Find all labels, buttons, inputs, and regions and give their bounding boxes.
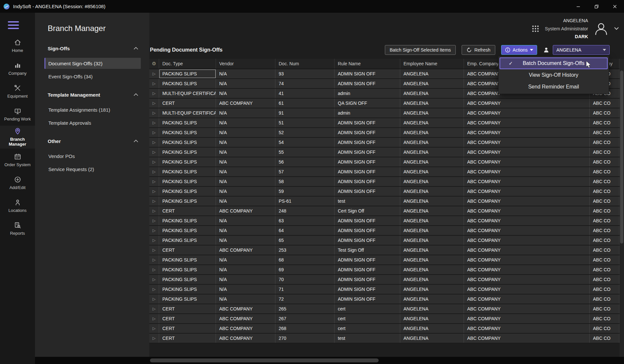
- expand-row-icon[interactable]: ▷: [149, 334, 159, 343]
- expand-row-icon[interactable]: ▷: [149, 206, 159, 215]
- cell-vendor[interactable]: N/A: [216, 216, 275, 225]
- cell-rule-name[interactable]: admin: [335, 89, 400, 98]
- cell-rule-name[interactable]: cert: [335, 314, 400, 323]
- cell-doc-type[interactable]: PACKING SLIPS: [159, 138, 216, 147]
- cell-doc-num[interactable]: 56: [275, 157, 335, 166]
- cell-emp-company[interactable]: ABC COMPANY: [464, 304, 590, 313]
- nav-item-service-requests-2[interactable]: Service Requests (2): [44, 164, 141, 175]
- cell-company[interactable]: ABC CO: [590, 285, 619, 294]
- cell-vendor[interactable]: N/A: [216, 285, 275, 294]
- expand-row-icon[interactable]: ▷: [149, 216, 159, 225]
- expand-row-icon[interactable]: ▷: [149, 245, 159, 255]
- restore-button[interactable]: [587, 0, 606, 13]
- sidebar-item-branch-manager[interactable]: Branch Manager: [0, 126, 35, 149]
- cell-doc-type[interactable]: CERT: [159, 206, 216, 215]
- cell-vendor[interactable]: ABC COMPANY: [216, 304, 275, 313]
- cell-vendor[interactable]: N/A: [216, 138, 275, 147]
- cell-employee-name[interactable]: ANGELENA: [400, 148, 464, 157]
- cell-vendor[interactable]: ABC COMPANY: [216, 334, 275, 343]
- expand-row-icon[interactable]: ▷: [149, 118, 159, 127]
- cell-company[interactable]: ABC CO: [590, 314, 619, 323]
- cell-company[interactable]: ABC CO: [590, 118, 619, 127]
- expand-row-icon[interactable]: ▷: [149, 197, 159, 206]
- cell-doc-num[interactable]: 248: [275, 206, 335, 215]
- column-chooser-gear-icon[interactable]: ⚙: [149, 59, 159, 69]
- sidebar-item-add-edit[interactable]: Add/Edit: [0, 171, 35, 194]
- cell-rule-name[interactable]: ADMIN SIGN OFF: [335, 255, 400, 264]
- cell-rule-name[interactable]: ADMIN SIGN OFF: [335, 118, 400, 127]
- cell-employee-name[interactable]: ANGELENA: [400, 324, 464, 333]
- expand-row-icon[interactable]: ▷: [149, 226, 159, 235]
- cell-vendor[interactable]: N/A: [216, 265, 275, 274]
- cell-company[interactable]: ABC CO: [590, 187, 619, 196]
- cell-rule-name[interactable]: ADMIN SIGN OFF: [335, 69, 400, 78]
- sidebar-item-pending-work[interactable]: $Pending Work: [0, 103, 35, 126]
- cell-doc-type[interactable]: PACKING SLIPS: [159, 294, 216, 304]
- cell-vendor[interactable]: N/A: [216, 128, 275, 137]
- expand-row-icon[interactable]: ▷: [149, 89, 159, 98]
- cell-vendor[interactable]: N/A: [216, 157, 275, 166]
- cell-doc-type[interactable]: PACKING SLIPS: [159, 69, 216, 78]
- cell-doc-type[interactable]: PACKING SLIPS: [159, 148, 216, 157]
- cell-company[interactable]: ABC CO: [590, 294, 619, 304]
- expand-row-icon[interactable]: ▷: [149, 324, 159, 333]
- column-header-rule-name[interactable]: Rule Name: [335, 59, 400, 69]
- cell-doc-num[interactable]: 270: [275, 334, 335, 343]
- actions-button[interactable]: Actions: [501, 45, 537, 55]
- expand-row-icon[interactable]: ▷: [149, 255, 159, 264]
- expand-row-icon[interactable]: ▷: [149, 285, 159, 294]
- chevron-up-icon[interactable]: [134, 47, 138, 50]
- cell-employee-name[interactable]: ANGELENA: [400, 167, 464, 176]
- cell-employee-name[interactable]: ANGELENA: [400, 285, 464, 294]
- expand-row-icon[interactable]: ▷: [149, 128, 159, 137]
- cell-emp-company[interactable]: ABC COMPANY: [464, 314, 590, 323]
- cell-doc-type[interactable]: PACKING SLIPS: [159, 118, 216, 127]
- menu-item-view-sign-off-history[interactable]: View Sign-Off History: [500, 69, 608, 81]
- cell-doc-num[interactable]: 55: [275, 148, 335, 157]
- cell-doc-num[interactable]: 65: [275, 236, 335, 245]
- expand-row-icon[interactable]: ▷: [149, 108, 159, 118]
- cell-rule-name[interactable]: ADMIN SIGN OFF: [335, 294, 400, 304]
- cell-doc-type[interactable]: PACKING SLIPS: [159, 157, 216, 166]
- cell-emp-company[interactable]: ABC COMPANY: [464, 236, 590, 245]
- expand-row-icon[interactable]: ▷: [149, 314, 159, 323]
- cell-emp-company[interactable]: ABC COMPANY: [464, 187, 590, 196]
- cell-vendor[interactable]: N/A: [216, 236, 275, 245]
- table-row[interactable]: ▷PACKING SLIPSN/A69ADMIN SIGN OFFANGELEN…: [149, 265, 619, 275]
- cell-doc-num[interactable]: 63: [275, 216, 335, 225]
- table-row[interactable]: ▷PACKING SLIPSN/A71ADMIN SIGN OFFANGELEN…: [149, 285, 619, 294]
- cell-rule-name[interactable]: ADMIN SIGN OFF: [335, 167, 400, 176]
- cell-company[interactable]: ABC CO: [590, 128, 619, 137]
- cell-doc-num[interactable]: 253: [275, 245, 335, 255]
- cell-company[interactable]: ABC CO: [590, 177, 619, 186]
- sidebar-item-locations[interactable]: Locations: [0, 194, 35, 217]
- cell-company[interactable]: ABC CO: [590, 216, 619, 225]
- cell-doc-type[interactable]: PACKING SLIPS: [159, 265, 216, 274]
- expand-row-icon[interactable]: ▷: [149, 138, 159, 147]
- cell-doc-type[interactable]: CERT: [159, 245, 216, 255]
- cell-emp-company[interactable]: ABC COMPANY: [464, 265, 590, 274]
- cell-rule-name[interactable]: ADMIN SIGN OFF: [335, 275, 400, 284]
- cell-emp-company[interactable]: ABC COMPANY: [464, 197, 590, 206]
- cell-company[interactable]: ABC CO: [590, 108, 619, 118]
- vertical-scrollbar-thumb[interactable]: [620, 71, 623, 244]
- column-header-employee-name[interactable]: Employee Name: [400, 59, 464, 69]
- cell-emp-company[interactable]: ABC COMPANY: [464, 324, 590, 333]
- column-header-doc-type[interactable]: Doc. Type: [159, 59, 216, 69]
- cell-doc-type[interactable]: MULTI-EQUIP CERTIFICA: [159, 89, 216, 98]
- cell-doc-type[interactable]: MULTI-EQUIP CERTIFICA: [159, 108, 216, 118]
- column-header-doc-num[interactable]: Doc. Num: [275, 59, 335, 69]
- table-row[interactable]: ▷PACKING SLIPSN/A59ADMIN SIGN OFFANGELEN…: [149, 187, 619, 197]
- cell-company[interactable]: ABC CO: [590, 334, 619, 343]
- cell-emp-company[interactable]: ABC COMPANY: [464, 138, 590, 147]
- cell-employee-name[interactable]: ANGELENA: [400, 187, 464, 196]
- cell-doc-num[interactable]: 70: [275, 275, 335, 284]
- cell-doc-type[interactable]: PACKING SLIPS: [159, 128, 216, 137]
- cell-employee-name[interactable]: ANGELENA: [400, 314, 464, 323]
- cell-rule-name[interactable]: ADMIN SIGN OFF: [335, 79, 400, 88]
- cell-doc-type[interactable]: PACKING SLIPS: [159, 79, 216, 88]
- chevron-up-icon[interactable]: [134, 93, 138, 96]
- cell-doc-type[interactable]: PACKING SLIPS: [159, 197, 216, 206]
- cell-employee-name[interactable]: ANGELENA: [400, 236, 464, 245]
- cell-vendor[interactable]: N/A: [216, 108, 275, 118]
